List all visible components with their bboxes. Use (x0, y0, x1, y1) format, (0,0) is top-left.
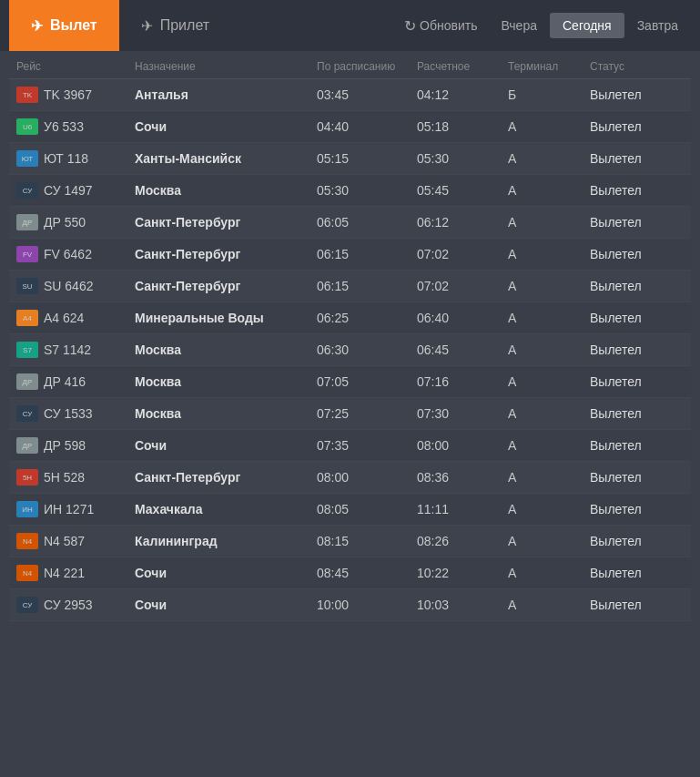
cell-terminal-in1271: А (508, 502, 590, 516)
table-row[interactable]: SU SU 6462 Санкт-Петербург 06:15 07:02 А… (9, 271, 691, 302)
table-row[interactable]: ДР ДР 598 Сочи 07:35 08:00 А Вылетел (9, 430, 691, 462)
table-row[interactable]: FV FV 6462 Санкт-Петербург 06:15 07:02 А… (9, 239, 691, 271)
cell-estimated-fv6462: 07:02 (417, 247, 508, 261)
cell-flight-su2953: СУ СУ 2953 (16, 597, 135, 613)
cell-flight-dr598: ДР ДР 598 (16, 437, 135, 454)
cell-destination-tk3967: Анталья (135, 87, 317, 102)
cell-destination-in1271: Махачкала (135, 502, 317, 516)
airline-logo-dr598: ДР (16, 437, 38, 454)
flight-number-dr416: ДР 416 (44, 374, 86, 389)
cell-terminal-n4587: А (508, 534, 590, 548)
cell-flight-5h528: 5H 5H 528 (16, 469, 135, 486)
cell-destination-5h528: Санкт-Петербург (135, 470, 317, 485)
airline-logo-tk3967: TK (16, 87, 38, 103)
today-button[interactable]: Сегодня (550, 13, 624, 38)
cell-terminal-tk3967: Б (508, 87, 590, 102)
table-row[interactable]: СУ СУ 1497 Москва 05:30 05:45 А Вылетел (9, 175, 691, 207)
cell-scheduled-su1533: 07:25 (317, 406, 417, 421)
col-header-dest: Назначение (135, 60, 317, 73)
flight-number-su1533: СУ 1533 (44, 406, 93, 421)
table-row[interactable]: СУ СУ 1533 Москва 07:25 07:30 А Вылетел (9, 398, 691, 430)
cell-destination-a4624: Минеральные Воды (135, 311, 317, 325)
airline-logo-n4587: N4 (16, 533, 38, 549)
col-header-terminal: Терминал (508, 60, 590, 73)
flights-table: Рейс Назначение По расписанию Расчетное … (0, 51, 700, 621)
cell-estimated-tk3967: 04:12 (417, 87, 508, 102)
table-row[interactable]: N4 N4 221 Сочи 08:45 10:22 А Вылетел (9, 557, 691, 589)
cell-destination-dr416: Москва (135, 374, 317, 389)
cell-estimated-dr416: 07:16 (417, 374, 508, 389)
cell-destination-s71142: Москва (135, 342, 317, 357)
col-header-status: Статус (590, 60, 684, 73)
cell-scheduled-dr598: 07:35 (317, 438, 417, 453)
cell-terminal-s71142: А (508, 342, 590, 357)
flight-number-n4221: N4 221 (44, 566, 85, 580)
cell-scheduled-tk3967: 03:45 (317, 87, 417, 102)
tomorrow-label: Завтра (637, 18, 678, 33)
cell-status-yot118: Вылетел (590, 151, 684, 166)
cell-status-su2953: Вылетел (590, 598, 684, 612)
table-row[interactable]: N4 N4 587 Калининград 08:15 08:26 А Выле… (9, 526, 691, 557)
cell-status-dr550: Вылетел (590, 215, 684, 230)
cell-scheduled-in1271: 08:05 (317, 502, 417, 516)
table-row[interactable]: ИН ИН 1271 Махачкала 08:05 11:11 А Вылет… (9, 494, 691, 526)
cell-estimated-a4624: 06:40 (417, 311, 508, 325)
cell-scheduled-su6462: 06:15 (317, 279, 417, 293)
table-row[interactable]: ДР ДР 550 Санкт-Петербург 06:05 06:12 А … (9, 207, 691, 239)
table-header: Рейс Назначение По расписанию Расчетное … (9, 51, 691, 79)
flight-number-s71142: S7 1142 (44, 342, 91, 357)
table-row[interactable]: U6 У6 533 Сочи 04:40 05:18 А Вылетел (9, 111, 691, 143)
yesterday-button[interactable]: Вчера (488, 13, 550, 38)
tab-arrival[interactable]: ✈ Прилет (119, 0, 231, 51)
cell-status-s71142: Вылетел (590, 342, 684, 357)
cell-flight-n4587: N4 N4 587 (16, 533, 135, 549)
flight-number-fv6462: FV 6462 (44, 247, 92, 261)
cell-estimated-dr598: 08:00 (417, 438, 508, 453)
cell-status-dr416: Вылетел (590, 374, 684, 389)
cell-estimated-n4221: 10:22 (417, 566, 508, 580)
cell-scheduled-su2953: 10:00 (317, 598, 417, 612)
cell-estimated-su6462: 07:02 (417, 279, 508, 293)
flight-number-dr598: ДР 598 (44, 438, 86, 453)
cell-scheduled-5h528: 08:00 (317, 470, 417, 485)
cell-estimated-n4587: 08:26 (417, 534, 508, 548)
arrival-icon: ✈ (141, 17, 153, 35)
cell-flight-fv6462: FV FV 6462 (16, 246, 135, 262)
cell-scheduled-n4221: 08:45 (317, 566, 417, 580)
cell-flight-su1533: СУ СУ 1533 (16, 405, 135, 422)
col-header-estimated: Расчетное (417, 60, 508, 73)
cell-estimated-su2953: 10:03 (417, 598, 508, 612)
table-row[interactable]: A4 А4 624 Минеральные Воды 06:25 06:40 А… (9, 302, 691, 334)
tab-departure[interactable]: ✈ Вылет (9, 0, 119, 51)
cell-estimated-in1271: 11:11 (417, 502, 508, 516)
cell-status-su1533: Вылетел (590, 406, 684, 421)
cell-terminal-fv6462: А (508, 247, 590, 261)
table-row[interactable]: ЮТ ЮТ 118 Ханты-Мансийск 05:15 05:30 А В… (9, 143, 691, 175)
cell-status-n4587: Вылетел (590, 534, 684, 548)
cell-terminal-yot118: А (508, 151, 590, 166)
cell-status-su1497: Вылетел (590, 183, 684, 198)
tab-arrival-label: Прилет (160, 17, 209, 34)
cell-estimated-u6533: 05:18 (417, 119, 508, 134)
flight-number-yot118: ЮТ 118 (44, 151, 88, 166)
cell-scheduled-su1497: 05:30 (317, 183, 417, 198)
cell-terminal-u6533: А (508, 119, 590, 134)
airline-logo-5h528: 5H (16, 469, 38, 486)
cell-terminal-5h528: А (508, 470, 590, 485)
cell-status-u6533: Вылетел (590, 119, 684, 134)
refresh-button[interactable]: ↻ Обновить (393, 12, 488, 40)
header: ✈ Вылет ✈ Прилет ↻ Обновить Вчера Сегодн… (0, 0, 700, 51)
yesterday-label: Вчера (501, 18, 537, 33)
cell-scheduled-dr416: 07:05 (317, 374, 417, 389)
table-row[interactable]: S7 S7 1142 Москва 06:30 06:45 А Вылетел (9, 334, 691, 366)
table-row[interactable]: 5H 5H 528 Санкт-Петербург 08:00 08:36 А … (9, 462, 691, 494)
cell-flight-a4624: A4 А4 624 (16, 310, 135, 326)
col-header-flight: Рейс (16, 60, 135, 73)
table-row[interactable]: ДР ДР 416 Москва 07:05 07:16 А Вылетел (9, 366, 691, 398)
airline-logo-su1497: СУ (16, 182, 38, 199)
flight-number-tk3967: TK 3967 (44, 87, 92, 102)
tomorrow-button[interactable]: Завтра (624, 13, 691, 38)
table-row[interactable]: СУ СУ 2953 Сочи 10:00 10:03 А Вылетел (9, 589, 691, 621)
table-row[interactable]: TK TK 3967 Анталья 03:45 04:12 Б Вылетел (9, 79, 691, 111)
cell-status-n4221: Вылетел (590, 566, 684, 580)
